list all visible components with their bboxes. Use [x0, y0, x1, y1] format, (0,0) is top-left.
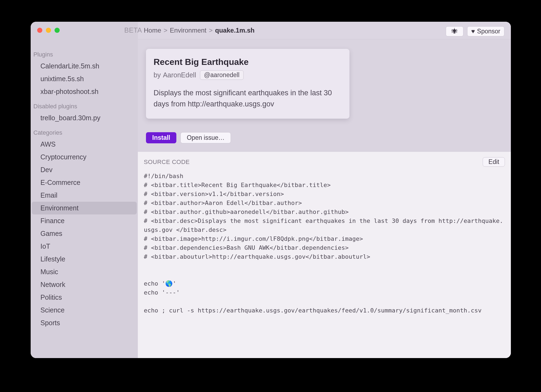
app-window: BETA 🕷 ♥ Sponsor Plugins CalendarLite.5m… [31, 22, 511, 358]
sidebar-section-categories: Categories [31, 124, 138, 138]
sidebar-plugin-unixtime-5s-sh[interactable]: unixtime.5s.sh [32, 72, 137, 85]
plugin-description: Displays the most significant earthquake… [154, 87, 342, 109]
sidebar-category-network[interactable]: Network [32, 278, 137, 291]
sidebar-category-finance[interactable]: Finance [32, 214, 137, 227]
source-pane: SOURCE CODE Edit #!/bin/bash # <bitbar.t… [138, 151, 511, 358]
plugin-card: Recent Big Earthquake by AaronEdell @aar… [146, 49, 349, 119]
source-code-label: SOURCE CODE [144, 159, 190, 166]
sidebar-category-science[interactable]: Science [32, 304, 137, 317]
titlebar: BETA 🕷 ♥ Sponsor [31, 22, 511, 39]
traffic-lights [37, 28, 60, 33]
install-button[interactable]: Install [146, 132, 176, 143]
minimize-window-icon[interactable] [46, 28, 51, 33]
by-prefix: by [154, 71, 161, 79]
sidebar-plugin-xbar-photoshoot-sh[interactable]: xbar-photoshoot.sh [32, 85, 137, 98]
plugin-title: Recent Big Earthquake [154, 57, 342, 67]
sidebar-category-e-commerce[interactable]: E-Commerce [32, 176, 137, 189]
sidebar-section-plugins: Plugins [31, 46, 138, 60]
titlebar-actions: 🕷 ♥ Sponsor [446, 26, 504, 36]
sidebar: Plugins CalendarLite.5m.shunixtime.5s.sh… [31, 22, 138, 358]
plugin-detail: Recent Big Earthquake by AaronEdell @aar… [138, 39, 511, 151]
sponsor-button[interactable]: ♥ Sponsor [467, 26, 504, 36]
close-window-icon[interactable] [37, 28, 42, 33]
open-issue-button[interactable]: Open issue… [180, 132, 231, 143]
author-handle-chip[interactable]: @aaronedell [200, 70, 244, 80]
heart-icon: ♥ [471, 28, 475, 35]
sidebar-category-aws[interactable]: AWS [32, 138, 137, 151]
plugin-byline: by AaronEdell @aaronedell [154, 70, 342, 80]
spider-icon: 🕷 [451, 28, 458, 35]
sidebar-section-disabled: Disabled plugins [31, 98, 138, 112]
main-pane: Home > Environment > quake.1m.sh Recent … [138, 22, 511, 358]
beta-label: BETA [124, 26, 142, 34]
edit-button[interactable]: Edit [483, 157, 505, 167]
sidebar-plugin-calendarlite-5m-sh[interactable]: CalendarLite.5m.sh [32, 60, 137, 72]
zoom-window-icon[interactable] [55, 28, 60, 33]
sidebar-disabled-trello-board-30m-py[interactable]: trello_board.30m.py [32, 112, 137, 124]
sidebar-category-games[interactable]: Games [32, 227, 137, 240]
sponsor-label: Sponsor [477, 28, 500, 35]
sidebar-category-cryptocurrency[interactable]: Cryptocurrency [32, 151, 137, 163]
sidebar-category-environment[interactable]: Environment [32, 202, 137, 214]
sidebar-category-music[interactable]: Music [32, 265, 137, 278]
sidebar-category-lifestyle[interactable]: Lifestyle [32, 253, 137, 265]
bug-report-button[interactable]: 🕷 [446, 26, 463, 36]
source-header: SOURCE CODE Edit [144, 157, 505, 167]
sidebar-category-sports[interactable]: Sports [32, 317, 137, 329]
sidebar-category-email[interactable]: Email [32, 189, 137, 202]
plugin-actions: Install Open issue… [146, 132, 503, 143]
sidebar-category-dev[interactable]: Dev [32, 163, 137, 176]
sidebar-category-politics[interactable]: Politics [32, 291, 137, 304]
source-code[interactable]: #!/bin/bash # <bitbar.title>Recent Big E… [144, 172, 505, 315]
plugin-author: AaronEdell [163, 71, 196, 79]
sidebar-category-iot[interactable]: IoT [32, 240, 137, 253]
